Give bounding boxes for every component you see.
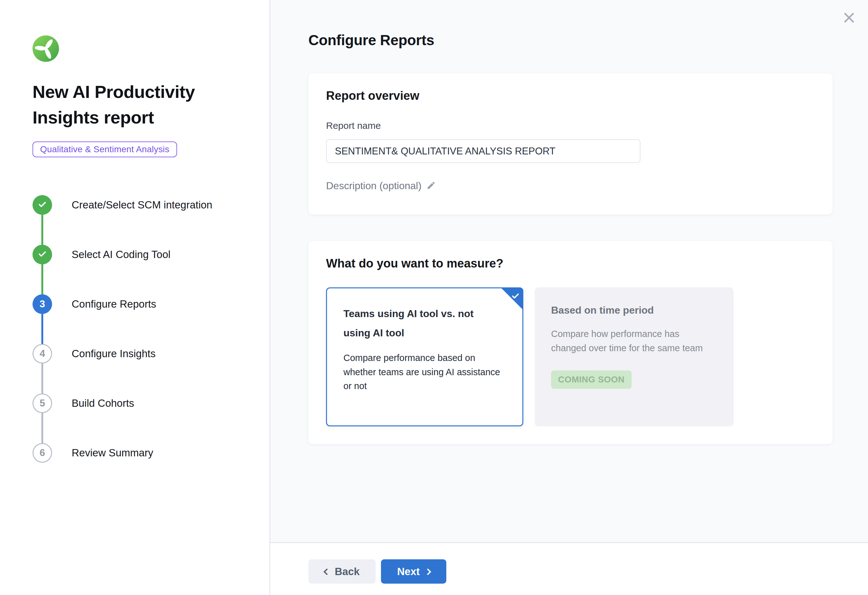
step-connector bbox=[41, 313, 43, 345]
step-label: Select AI Coding Tool bbox=[72, 245, 170, 264]
step-3-current-circle: 3 bbox=[32, 295, 52, 314]
step-configure-reports[interactable]: 3 Configure Reports bbox=[32, 295, 257, 344]
step-number: 3 bbox=[40, 299, 45, 310]
report-overview-heading: Report overview bbox=[326, 89, 815, 103]
measure-heading: What do you want to measure? bbox=[326, 257, 815, 270]
option-title: Based on time period bbox=[551, 303, 703, 317]
report-type-badge: Qualitative & Sentiment Analysis bbox=[32, 142, 177, 157]
option-description: Compare how performance has changed over… bbox=[551, 327, 709, 355]
step-4-upcoming-circle: 4 bbox=[32, 344, 52, 364]
app-logo-propeller-icon bbox=[32, 36, 59, 62]
option-description: Compare performance based on whether tea… bbox=[343, 351, 501, 394]
option-time-period-disabled: Based on time period Compare how perform… bbox=[535, 287, 734, 426]
measure-card: What do you want to measure? Teams using… bbox=[309, 241, 833, 444]
step-5-upcoming-circle: 5 bbox=[32, 394, 52, 413]
wizard-sidebar: New AI Productivity Insights report Qual… bbox=[0, 0, 270, 595]
next-button[interactable]: Next bbox=[381, 559, 446, 584]
coming-soon-badge: COMING SOON bbox=[551, 370, 632, 389]
report-overview-card: Report overview Report name Description … bbox=[309, 73, 833, 215]
step-select-ai-coding-tool[interactable]: Select AI Coding Tool bbox=[32, 245, 257, 295]
check-icon bbox=[511, 291, 520, 302]
wizard-title: New AI Productivity Insights report bbox=[32, 79, 238, 130]
description-label: Description (optional) bbox=[326, 180, 421, 192]
step-label: Review Summary bbox=[72, 443, 154, 463]
step-configure-insights[interactable]: 4 Configure Insights bbox=[32, 344, 257, 394]
check-icon bbox=[37, 199, 47, 211]
step-connector bbox=[41, 214, 43, 246]
next-button-label: Next bbox=[397, 565, 420, 578]
configure-reports-panel: Configure Reports Report overview Report… bbox=[270, 0, 868, 595]
page-title: Configure Reports bbox=[309, 0, 833, 49]
step-2-complete-circle bbox=[32, 245, 52, 264]
wizard-footer: Back Next bbox=[270, 542, 868, 595]
step-create-select-scm-integration[interactable]: Create/Select SCM integration bbox=[32, 195, 257, 245]
close-icon[interactable] bbox=[841, 9, 857, 26]
check-icon bbox=[37, 249, 47, 260]
step-label: Build Cohorts bbox=[72, 394, 134, 413]
step-number: 5 bbox=[40, 398, 45, 409]
back-button-label: Back bbox=[335, 565, 360, 578]
step-connector bbox=[41, 363, 43, 394]
step-review-summary[interactable]: 6 Review Summary bbox=[32, 443, 257, 463]
step-number: 4 bbox=[40, 348, 45, 360]
back-button[interactable]: Back bbox=[309, 559, 376, 584]
report-name-label: Report name bbox=[326, 120, 815, 131]
step-label: Configure Insights bbox=[72, 344, 156, 364]
step-label: Create/Select SCM integration bbox=[72, 195, 213, 215]
step-number: 6 bbox=[40, 447, 45, 459]
report-name-input[interactable] bbox=[326, 139, 641, 163]
edit-pencil-icon[interactable] bbox=[427, 181, 436, 191]
step-6-upcoming-circle: 6 bbox=[32, 443, 52, 463]
step-label: Configure Reports bbox=[72, 295, 156, 314]
step-connector bbox=[41, 264, 43, 295]
description-row[interactable]: Description (optional) bbox=[326, 180, 815, 192]
panel-content: Configure Reports Report overview Report… bbox=[270, 0, 868, 542]
wizard-stepper: Create/Select SCM integration Select AI … bbox=[32, 195, 257, 463]
step-connector bbox=[41, 413, 43, 444]
chevron-right-icon bbox=[425, 568, 431, 575]
option-title: Teams using AI tool vs. not using AI too… bbox=[343, 304, 495, 343]
option-teams-vs-not-selected[interactable]: Teams using AI tool vs. not using AI too… bbox=[326, 287, 523, 426]
step-build-cohorts[interactable]: 5 Build Cohorts bbox=[32, 394, 257, 443]
measure-options: Teams using AI tool vs. not using AI too… bbox=[326, 287, 815, 426]
chevron-left-icon bbox=[323, 568, 330, 575]
step-1-complete-circle bbox=[32, 195, 52, 215]
